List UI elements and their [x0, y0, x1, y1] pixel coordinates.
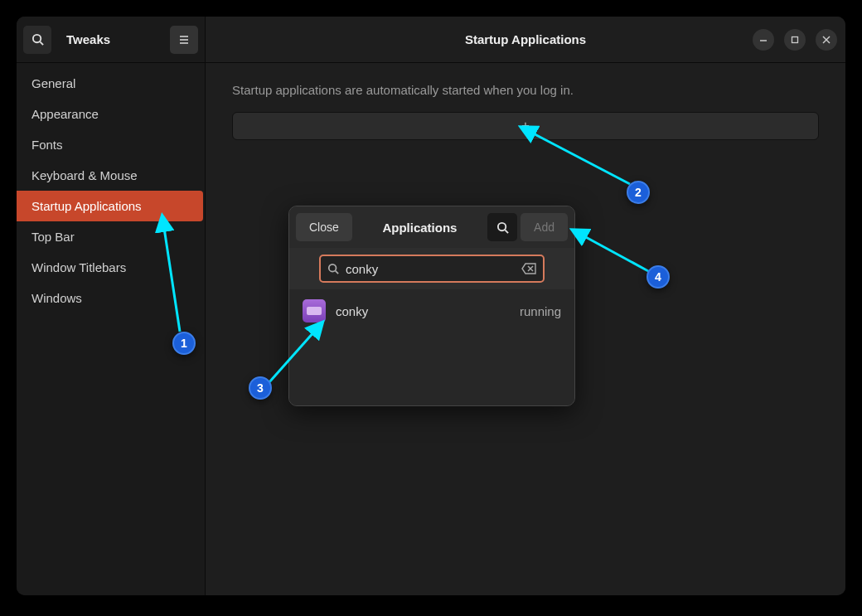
hamburger-icon: [178, 34, 190, 46]
maximize-button[interactable]: [784, 29, 806, 51]
close-button[interactable]: [816, 29, 837, 51]
search-button[interactable]: [23, 26, 51, 54]
plus-icon: +: [521, 118, 530, 134]
add-startup-button[interactable]: +: [232, 112, 819, 140]
dialog-close-button[interactable]: Close: [296, 213, 352, 241]
dialog-add-button[interactable]: Add: [521, 213, 568, 241]
clear-icon[interactable]: [521, 263, 536, 274]
svg-point-0: [32, 35, 40, 42]
hamburger-button[interactable]: [170, 26, 198, 54]
titlebar: Tweaks Startup Applications: [17, 17, 845, 63]
svg-point-11: [329, 264, 337, 272]
close-icon: [822, 36, 831, 44]
sidebar-item-fonts[interactable]: Fonts: [17, 129, 205, 160]
description-text: Startup applications are automatically s…: [232, 83, 819, 97]
sidebar-item-appearance[interactable]: Appearance: [17, 99, 205, 129]
minimize-icon: [759, 36, 768, 44]
sidebar-item-top-bar[interactable]: Top Bar: [17, 221, 205, 252]
sidebar: General Appearance Fonts Keyboard & Mous…: [17, 63, 206, 595]
svg-point-9: [497, 222, 505, 230]
minimize-button[interactable]: [753, 29, 774, 51]
sidebar-item-window-titlebars[interactable]: Window Titlebars: [17, 252, 205, 283]
window-controls: [753, 17, 837, 62]
app-result-status: running: [520, 304, 561, 318]
search-input-wrap: [319, 255, 545, 283]
sidebar-item-startup-applications[interactable]: Startup Applications: [17, 191, 203, 221]
titlebar-left: Tweaks: [17, 17, 206, 62]
dialog-header: Close Applications Add: [289, 206, 574, 248]
search-icon: [31, 33, 44, 46]
dialog-results: conky running: [289, 289, 574, 405]
dialog-searchbar: [289, 248, 574, 289]
search-icon: [496, 221, 509, 234]
svg-line-1: [40, 41, 43, 45]
svg-rect-6: [792, 36, 798, 42]
svg-line-10: [505, 230, 508, 233]
dialog-title: Applications: [356, 221, 484, 235]
dialog-search-toggle[interactable]: [487, 213, 517, 241]
app-result-name: conky: [336, 304, 510, 318]
sidebar-item-general[interactable]: General: [17, 68, 205, 99]
sidebar-item-keyboard-mouse[interactable]: Keyboard & Mouse: [17, 160, 205, 191]
page-title: Startup Applications: [206, 32, 845, 46]
search-input[interactable]: [346, 262, 515, 276]
conky-icon: [303, 299, 326, 323]
applications-dialog: Close Applications Add conky running: [288, 206, 575, 406]
app-result-row[interactable]: conky running: [289, 289, 574, 332]
maximize-icon: [791, 36, 799, 44]
sidebar-item-windows[interactable]: Windows: [17, 283, 205, 313]
svg-line-12: [336, 271, 339, 274]
app-title: Tweaks: [66, 32, 163, 46]
search-icon: [327, 263, 339, 274]
